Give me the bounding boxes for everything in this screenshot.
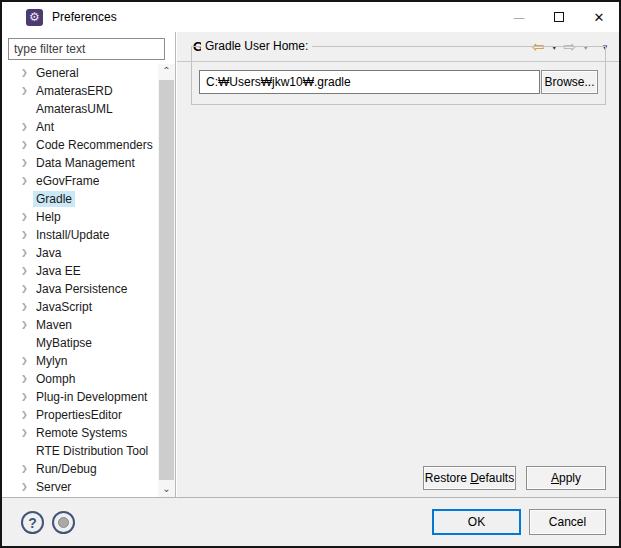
eclipse-preferences-icon: ⚙: [26, 9, 43, 26]
tree-item[interactable]: Remote Systems: [2, 424, 158, 442]
minimize-button[interactable]: —: [499, 2, 539, 32]
tree-item-label: Java Persistence: [33, 281, 130, 297]
restore-defaults-label: Restore: [425, 471, 470, 485]
preferences-tree: General AmaterasERD AmaterasUML: [2, 64, 158, 497]
tree-item[interactable]: Oomph: [2, 370, 158, 388]
tree-item[interactable]: Help: [2, 208, 158, 226]
expand-chevron-icon[interactable]: [21, 370, 33, 388]
tree-item-label: Server: [33, 479, 74, 495]
dialog-footer: ? OK Cancel: [2, 497, 619, 546]
tree-item-label: Java: [33, 245, 64, 261]
tree-item-label: RTE Distribution Tool: [33, 443, 151, 459]
restore-defaults-label-rest: efaults: [479, 471, 514, 485]
tree-item-label: eGovFrame: [33, 173, 102, 189]
close-button[interactable]: ✕: [579, 2, 619, 32]
tree-item-label: Maven: [33, 317, 75, 333]
tree-item-label: Code Recommenders: [33, 137, 156, 153]
tree-item-label: Mylyn: [33, 353, 70, 369]
expand-chevron-icon[interactable]: [21, 226, 33, 244]
expand-chevron-icon[interactable]: [21, 316, 33, 334]
tree-item[interactable]: Ant: [2, 118, 158, 136]
expand-chevron-icon[interactable]: [21, 406, 33, 424]
gradle-user-home-group: Gradle User Home: Browse...: [191, 46, 606, 105]
window-title: Preferences: [52, 10, 117, 24]
tree-item[interactable]: JavaScript: [2, 298, 158, 316]
preference-recorder-button[interactable]: [52, 511, 75, 534]
tree-item[interactable]: Maven: [2, 316, 158, 334]
scrollbar-thumb[interactable]: [159, 80, 174, 480]
expand-chevron-icon[interactable]: [21, 208, 33, 226]
tree-item[interactable]: Code Recommenders: [2, 136, 158, 154]
record-icon: [58, 517, 69, 528]
expand-chevron-icon[interactable]: [21, 118, 33, 136]
tree-item-label: Install/Update: [33, 227, 112, 243]
preferences-sidebar: General AmaterasERD AmaterasUML: [2, 32, 176, 497]
titlebar: ⚙ Preferences — ✕: [2, 2, 619, 32]
tree-item-label: Data Management: [33, 155, 138, 171]
tree-item[interactable]: Server: [2, 478, 158, 496]
ok-button[interactable]: OK: [432, 509, 521, 535]
expand-chevron-icon[interactable]: [21, 64, 33, 82]
tree-item-label: Oomph: [33, 371, 78, 387]
expand-chevron-icon[interactable]: [21, 172, 33, 190]
help-button[interactable]: ?: [21, 511, 44, 534]
preferences-dialog: ⚙ Preferences — ✕ General: [0, 0, 621, 548]
preference-page: Gradle ⇦ ▼ ⇨ ▼ ▼ Gradle User Home: Brows…: [177, 32, 619, 497]
expand-chevron-icon[interactable]: [21, 298, 33, 316]
expand-chevron-icon[interactable]: [21, 244, 33, 262]
tree-item[interactable]: Plug-in Development: [2, 388, 158, 406]
expand-chevron-icon[interactable]: [21, 478, 33, 496]
tree-item-label: Remote Systems: [33, 425, 130, 441]
tree-item[interactable]: Java: [2, 244, 158, 262]
maximize-button[interactable]: [539, 2, 579, 32]
group-label: Gradle User Home:: [201, 39, 312, 53]
cancel-button[interactable]: Cancel: [529, 509, 606, 535]
tree-item[interactable]: MyBatipse: [2, 334, 158, 352]
tree-item[interactable]: Install/Update: [2, 226, 158, 244]
apply-accel: A: [551, 471, 559, 485]
tree-item[interactable]: eGovFrame: [2, 172, 158, 190]
tree-item-label: General: [33, 65, 82, 81]
filter-input[interactable]: [8, 38, 165, 60]
gradle-user-home-input[interactable]: [199, 70, 540, 94]
scroll-up-icon[interactable]: ⌃: [158, 64, 175, 79]
maximize-icon: [554, 12, 564, 22]
dialog-body: General AmaterasERD AmaterasUML: [2, 32, 619, 497]
question-mark-icon: ?: [28, 515, 37, 531]
expand-chevron-icon[interactable]: [21, 262, 33, 280]
expand-chevron-icon[interactable]: [21, 82, 33, 100]
tree-item-label: MyBatipse: [33, 335, 95, 351]
tree-item[interactable]: General: [2, 64, 158, 82]
tree-item[interactable]: Data Management: [2, 154, 158, 172]
tree-item-label: AmaterasERD: [33, 83, 116, 99]
apply-label-rest: pply: [559, 471, 581, 485]
tree-item[interactable]: Java Persistence: [2, 280, 158, 298]
restore-defaults-button[interactable]: Restore Defaults: [423, 466, 516, 490]
tree-item[interactable]: Run/Debug: [2, 460, 158, 478]
tree-item-label: JavaScript: [33, 299, 95, 315]
tree-item-label: AmaterasUML: [33, 101, 116, 117]
tree-scrollbar[interactable]: ⌃ ⌄: [158, 64, 175, 497]
tree-item[interactable]: AmaterasUML: [2, 100, 158, 118]
tree-item[interactable]: Mylyn: [2, 352, 158, 370]
expand-chevron-icon[interactable]: [21, 424, 33, 442]
restore-defaults-accel: D: [470, 471, 479, 485]
expand-chevron-icon[interactable]: [21, 154, 33, 172]
tree-item[interactable]: Java EE: [2, 262, 158, 280]
expand-chevron-icon[interactable]: [21, 136, 33, 154]
tree-item[interactable]: AmaterasERD: [2, 82, 158, 100]
tree-item[interactable]: Gradle: [2, 190, 158, 208]
tree-item-label: Plug-in Development: [33, 389, 150, 405]
expand-chevron-icon[interactable]: [21, 280, 33, 298]
tree-item-label: Run/Debug: [33, 461, 100, 477]
scroll-down-icon[interactable]: ⌄: [158, 482, 175, 497]
tree-item[interactable]: PropertiesEditor: [2, 406, 158, 424]
tree-item[interactable]: RTE Distribution Tool: [2, 442, 158, 460]
browse-button[interactable]: Browse...: [541, 70, 598, 94]
expand-chevron-icon[interactable]: [21, 388, 33, 406]
expand-chevron-icon[interactable]: [21, 460, 33, 478]
tree-item-label: Java EE: [33, 263, 84, 279]
expand-chevron-icon[interactable]: [21, 352, 33, 370]
minimize-icon: —: [514, 11, 525, 23]
apply-button[interactable]: Apply: [526, 466, 606, 490]
